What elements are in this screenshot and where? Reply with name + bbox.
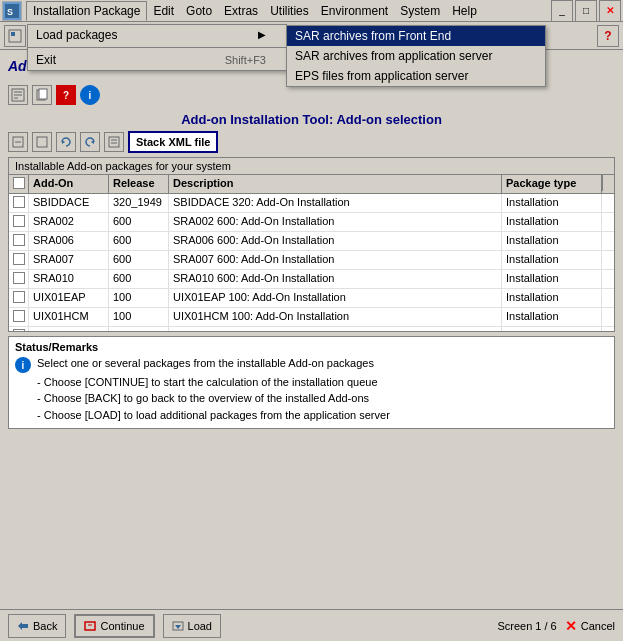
cancel-icon: ✕	[565, 618, 577, 634]
col-checkbox	[9, 175, 29, 193]
table-row[interactable]: UIX01HCM 100 UIX01HCM 100: Add-On Instal…	[9, 308, 614, 327]
row-cb[interactable]	[9, 194, 29, 212]
toolbar-btn-1[interactable]	[4, 25, 26, 47]
action-select-all[interactable]	[8, 132, 28, 152]
load-packages-submenu: SAR archives from Front End SAR archives…	[286, 25, 546, 87]
table-row[interactable]: SRA002 600 SRA002 600: Add-On Installati…	[9, 213, 614, 232]
svg-marker-30	[62, 140, 65, 144]
row-scroll-col	[602, 270, 614, 288]
minimize-btn[interactable]: _	[551, 0, 573, 22]
maximize-btn[interactable]: □	[575, 0, 597, 22]
menu-system[interactable]: System	[394, 2, 446, 20]
menu-utilities[interactable]: Utilities	[264, 2, 315, 20]
action-deselect-all[interactable]	[32, 132, 52, 152]
dropdown-menu: Load packages ▶ SAR archives from Front …	[27, 24, 287, 71]
row-addon: SRA002	[29, 213, 109, 231]
row-scroll-col	[602, 232, 614, 250]
exit-menuitem[interactable]: Exit Shift+F3	[28, 50, 286, 70]
sec-btn-1[interactable]	[8, 85, 28, 105]
action-undo[interactable]	[80, 132, 100, 152]
row-cb[interactable]	[9, 232, 29, 250]
svg-rect-36	[85, 622, 95, 630]
close-btn[interactable]: ✕	[599, 0, 621, 22]
status-title: Status/Remarks	[15, 341, 608, 353]
center-title: Add-on Installation Tool: Add-on selecti…	[8, 112, 615, 127]
load-packages-item[interactable]: Load packages ▶ SAR archives from Front …	[28, 25, 286, 45]
sap-logo[interactable]: S	[2, 1, 22, 21]
menu-extras[interactable]: Extras	[218, 2, 264, 20]
row-release: 600	[109, 213, 169, 231]
table-wrapper: Add-On Release Description Package type …	[9, 175, 614, 332]
menu-installation-package[interactable]: Installation Package Load packages ▶ SAR…	[26, 1, 147, 21]
row-addon: SRA006	[29, 232, 109, 250]
col-addon: Add-On	[29, 175, 109, 193]
sec-btn-2[interactable]	[32, 85, 52, 105]
row-addon: SRA007	[29, 251, 109, 269]
status-bullet: - Choose [CONTINUE] to start the calcula…	[37, 375, 608, 390]
col-release: Release	[109, 175, 169, 193]
row-description: UIX01TRV 100: Add-On Installation	[169, 327, 502, 332]
svg-rect-32	[109, 137, 119, 147]
continue-button[interactable]: Continue	[74, 614, 154, 638]
sec-btn-info[interactable]: i	[80, 85, 100, 105]
row-cb[interactable]	[9, 213, 29, 231]
select-all-checkbox[interactable]	[13, 177, 25, 189]
eps-app-server-item[interactable]: EPS files from application server	[287, 66, 545, 86]
load-button[interactable]: Load	[163, 614, 221, 638]
status-bullets: - Choose [CONTINUE] to start the calcula…	[15, 375, 608, 423]
menu-edit[interactable]: Edit	[147, 2, 180, 20]
row-scroll-col	[602, 213, 614, 231]
menu-environment[interactable]: Environment	[315, 2, 394, 20]
row-cb[interactable]	[9, 251, 29, 269]
bottom-bar: Back Continue Load Screen 1 / 6 ✕ Cancel	[0, 609, 623, 641]
col-package-type: Package type	[502, 175, 602, 193]
row-addon: UIX01TRV	[29, 327, 109, 332]
row-package-type: Installation	[502, 327, 602, 332]
col-resize[interactable]	[602, 175, 614, 191]
row-package-type: Installation	[502, 270, 602, 288]
back-button[interactable]: Back	[8, 614, 66, 638]
row-release: 600	[109, 232, 169, 250]
row-cb[interactable]	[9, 327, 29, 332]
sar-front-end-item[interactable]: SAR archives from Front End	[287, 26, 545, 46]
row-description: SBIDDACE 320: Add-On Installation	[169, 194, 502, 212]
svg-rect-3	[11, 32, 15, 36]
row-release: 600	[109, 270, 169, 288]
table-row[interactable]: SRA006 600 SRA006 600: Add-On Installati…	[9, 232, 614, 251]
load-packages-menuitem[interactable]: Load packages ▶	[28, 25, 286, 45]
row-cb[interactable]	[9, 308, 29, 326]
table-rows-container: SBIDDACE 320_1949 SBIDDACE 320: Add-On I…	[9, 194, 614, 332]
row-scroll-col	[602, 308, 614, 326]
menu-help[interactable]: Help	[446, 2, 483, 20]
action-toolbar: Stack XML file	[8, 131, 615, 153]
row-addon: SRA010	[29, 270, 109, 288]
svg-marker-35	[18, 622, 28, 630]
screen-info: Screen 1 / 6	[497, 620, 556, 632]
action-refresh[interactable]	[56, 132, 76, 152]
row-cb[interactable]	[9, 270, 29, 288]
menu-right-icons: _ □ ✕	[551, 0, 621, 22]
row-release: 320_1949	[109, 194, 169, 212]
table-row[interactable]: SBIDDACE 320_1949 SBIDDACE 320: Add-On I…	[9, 194, 614, 213]
row-description: SRA002 600: Add-On Installation	[169, 213, 502, 231]
row-cb[interactable]	[9, 289, 29, 307]
svg-text:S: S	[7, 7, 13, 17]
table-row[interactable]: UIX01TRV 100 UIX01TRV 100: Add-On Instal…	[9, 327, 614, 332]
menu-goto[interactable]: Goto	[180, 2, 218, 20]
row-description: SRA006 600: Add-On Installation	[169, 232, 502, 250]
action-details[interactable]	[104, 132, 124, 152]
sec-btn-help[interactable]: ?	[56, 85, 76, 105]
toolbar-btn-help[interactable]: ?	[597, 25, 619, 47]
svg-marker-39	[175, 625, 181, 629]
stack-xml-button[interactable]: Stack XML file	[128, 131, 218, 153]
row-scroll-col	[602, 327, 614, 332]
row-release: 100	[109, 289, 169, 307]
sar-app-server-item[interactable]: SAR archives from application server	[287, 46, 545, 66]
cancel-button[interactable]: ✕ Cancel	[565, 618, 615, 634]
table-row[interactable]: UIX01EAP 100 UIX01EAP 100: Add-On Instal…	[9, 289, 614, 308]
row-scroll-col	[602, 289, 614, 307]
svg-rect-26	[39, 89, 47, 99]
table-row[interactable]: SRA010 600 SRA010 600: Add-On Installati…	[9, 270, 614, 289]
table-row[interactable]: SRA007 600 SRA007 600: Add-On Installati…	[9, 251, 614, 270]
row-package-type: Installation	[502, 289, 602, 307]
